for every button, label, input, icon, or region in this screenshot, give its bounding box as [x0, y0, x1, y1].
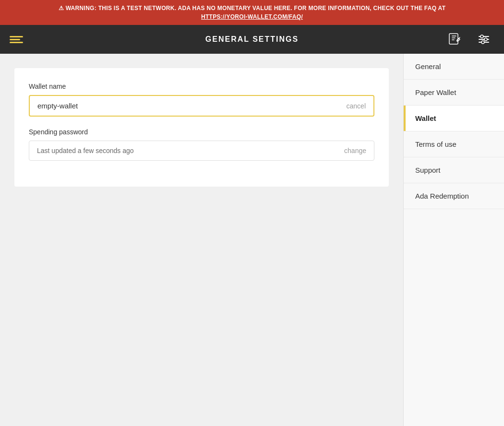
- spending-password-row: Last updated a few seconds ago change: [29, 141, 374, 161]
- sidebar: General Paper Wallet Wallet Terms of use…: [403, 54, 504, 426]
- page-title: GENERAL SETTINGS: [205, 35, 299, 44]
- navbar-actions: [444, 29, 494, 50]
- sidebar-item-terms-of-use[interactable]: Terms of use: [404, 131, 504, 157]
- sidebar-item-general[interactable]: General: [404, 54, 504, 80]
- wallet-name-label: Wallet name: [29, 83, 374, 90]
- warning-faq-link[interactable]: HTTPS://YOROI-WALLET.COM/FAQ/: [10, 12, 494, 21]
- change-password-button[interactable]: change: [344, 147, 366, 154]
- paper-wallet-icon-btn[interactable]: [444, 29, 466, 50]
- sidebar-item-paper-wallet[interactable]: Paper Wallet: [404, 80, 504, 106]
- svg-point-4: [480, 35, 483, 38]
- sidebar-item-wallet[interactable]: Wallet: [404, 106, 504, 131]
- sidebar-item-wallet-label: Wallet: [415, 114, 436, 122]
- sidebar-item-general-label: General: [415, 62, 441, 71]
- settings-icon: [475, 31, 492, 48]
- main-area: Wallet name cancel Spending password Las…: [0, 54, 504, 426]
- svg-point-5: [484, 38, 487, 41]
- warning-text-line1: ⚠ WARNING: THIS IS A TEST NETWORK. ADA H…: [59, 5, 446, 12]
- settings-card: Wallet name cancel Spending password Las…: [14, 68, 389, 187]
- warning-banner: ⚠ WARNING: THIS IS A TEST NETWORK. ADA H…: [0, 0, 504, 25]
- spending-password-status: Last updated a few seconds ago: [37, 147, 344, 154]
- wallet-name-input-row: cancel: [29, 95, 374, 117]
- sidebar-item-ada-redemption[interactable]: Ada Redemption: [404, 183, 504, 209]
- navbar: GENERAL SETTINGS: [0, 25, 504, 54]
- sidebar-item-support-label: Support: [415, 166, 441, 174]
- wallet-name-input[interactable]: [37, 102, 347, 110]
- content-area: Wallet name cancel Spending password Las…: [0, 54, 403, 426]
- sidebar-item-terms-label: Terms of use: [415, 140, 456, 148]
- sidebar-item-support[interactable]: Support: [404, 157, 504, 183]
- sidebar-item-paper-wallet-label: Paper Wallet: [415, 88, 456, 96]
- yoroi-logo: [10, 36, 23, 43]
- paper-wallet-icon: [446, 31, 464, 48]
- svg-rect-0: [449, 34, 458, 44]
- spending-password-label: Spending password: [29, 128, 374, 136]
- settings-icon-btn[interactable]: [473, 29, 494, 50]
- svg-point-6: [481, 41, 484, 44]
- sidebar-item-ada-redemption-label: Ada Redemption: [415, 192, 469, 200]
- cancel-button[interactable]: cancel: [347, 102, 366, 110]
